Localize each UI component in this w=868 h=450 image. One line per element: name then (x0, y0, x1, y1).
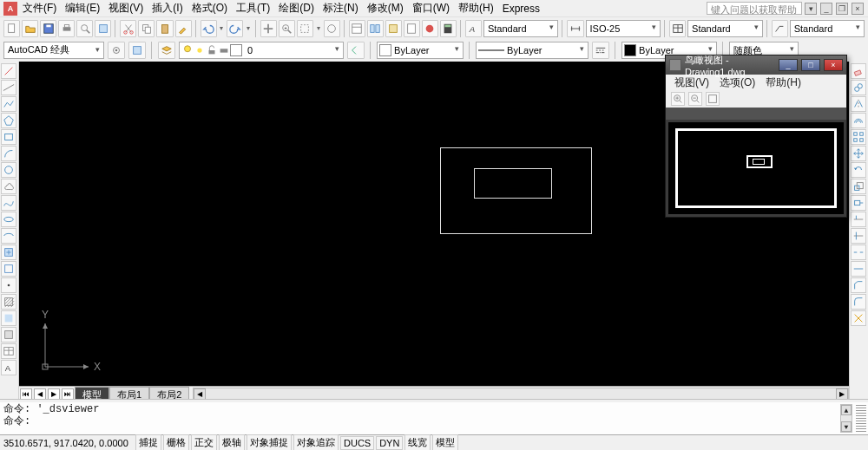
drawing-canvas[interactable]: X Y 鸟瞰视图 - Drawing1.dwg _ □ × 视图(V) 选项(O… (19, 62, 849, 386)
mtext-icon[interactable]: A (1, 360, 16, 375)
menu-dim[interactable]: 标注(N) (319, 0, 362, 16)
menu-insert[interactable]: 插入(I) (148, 0, 186, 16)
command-splitter[interactable] (0, 399, 868, 402)
aerial-menu-view[interactable]: 视图(V) (671, 75, 713, 91)
hatch-icon[interactable] (1, 294, 16, 310)
mdi-close-icon[interactable]: × (852, 3, 864, 15)
toggle-otrack[interactable]: 对象追踪 (293, 434, 339, 450)
aerial-titlebar[interactable]: 鸟瞰视图 - Drawing1.dwg _ □ × (666, 55, 846, 75)
aerial-view-window[interactable]: 鸟瞰视图 - Drawing1.dwg _ □ × 视图(V) 选项(O) 帮助… (665, 55, 847, 218)
command-window[interactable]: 命令: '_dsviewer 命令: ▲ ▼ (0, 401, 868, 434)
trim-icon[interactable] (851, 212, 866, 227)
aerial-maximize-icon[interactable]: □ (801, 59, 820, 71)
print-icon[interactable] (58, 20, 75, 37)
pline-icon[interactable] (1, 96, 16, 112)
new-icon[interactable] (3, 20, 20, 37)
stretch-icon[interactable] (851, 195, 866, 211)
aerial-menu-options[interactable]: 选项(O) (716, 75, 759, 91)
toggle-model[interactable]: 模型 (432, 434, 458, 450)
insert-block-icon[interactable] (1, 245, 16, 260)
toggle-lwt[interactable]: 线宽 (404, 434, 431, 450)
mleaderstyle-select[interactable]: Standard (790, 20, 865, 37)
explode-icon[interactable] (851, 310, 866, 326)
preview-icon[interactable] (76, 20, 93, 37)
circle-icon[interactable] (1, 162, 16, 178)
revcloud-icon[interactable] (1, 179, 16, 194)
menu-modify[interactable]: 修改(M) (364, 0, 407, 16)
ws-save-icon[interactable] (128, 42, 146, 59)
pan-icon[interactable] (260, 20, 277, 37)
layer-prev-icon[interactable] (347, 42, 365, 59)
dc-icon[interactable] (367, 20, 384, 37)
redo-dd[interactable]: ▾ (245, 20, 252, 37)
move-icon[interactable] (851, 146, 866, 161)
tablestyle-select[interactable]: Standard (687, 20, 763, 37)
cut-icon[interactable] (120, 20, 136, 37)
chamfer-icon[interactable] (851, 277, 866, 293)
gradient-icon[interactable] (1, 310, 16, 326)
textstyle-select[interactable]: Standard (483, 20, 559, 37)
cmd-scroll-up-icon[interactable]: ▲ (841, 405, 852, 415)
array-icon[interactable] (851, 129, 866, 145)
dimstyle-icon[interactable] (567, 20, 583, 37)
fillet-icon[interactable] (851, 294, 866, 310)
aerial-minimize-icon[interactable]: _ (779, 59, 798, 71)
calc-icon[interactable] (440, 20, 457, 37)
menu-draw[interactable]: 绘图(D) (275, 0, 318, 16)
mirror-icon[interactable] (851, 96, 866, 112)
matchprop-icon[interactable] (175, 20, 192, 37)
join-icon[interactable] (851, 261, 866, 277)
markup-icon[interactable] (422, 20, 438, 37)
ltype-mgr-icon[interactable] (592, 42, 609, 59)
textstyle-icon[interactable]: A (465, 20, 482, 37)
undo-icon[interactable] (201, 20, 217, 37)
rectangle-icon[interactable] (1, 129, 16, 145)
tp-icon[interactable] (385, 20, 402, 37)
aerial-menu-help[interactable]: 帮助(H) (762, 75, 805, 91)
ellipse-arc-icon[interactable] (1, 228, 16, 244)
ws-settings-icon[interactable] (108, 42, 125, 59)
command-prompt[interactable]: 命令: (3, 415, 865, 427)
zoom-win-icon[interactable] (297, 20, 313, 37)
toggle-polar[interactable]: 极轴 (219, 434, 245, 450)
toggle-snap[interactable]: 捕捉 (135, 434, 161, 450)
tablestyle-icon[interactable] (669, 20, 686, 37)
ellipse-icon[interactable] (1, 212, 16, 227)
toggle-ortho[interactable]: 正交 (191, 434, 217, 450)
erase-icon[interactable] (851, 63, 866, 79)
menu-tools[interactable]: 工具(T) (233, 0, 273, 16)
polygon-icon[interactable] (1, 113, 16, 128)
point-icon[interactable] (1, 277, 16, 293)
linetype-select[interactable]: ByLayer (476, 42, 589, 59)
menu-window[interactable]: 窗口(W) (409, 0, 453, 16)
command-grip-icon[interactable] (856, 404, 866, 432)
ssm-icon[interactable] (404, 20, 420, 37)
toggle-osnap[interactable]: 对象捕捉 (247, 434, 292, 450)
copy-icon[interactable] (138, 20, 155, 37)
spline-icon[interactable] (1, 195, 16, 211)
workspace-select[interactable]: AutoCAD 经典 (3, 42, 104, 59)
extend-icon[interactable] (851, 228, 866, 244)
region-icon[interactable] (1, 327, 16, 342)
menu-express[interactable]: Express (499, 2, 543, 16)
menu-file[interactable]: 文件(F) (19, 0, 60, 16)
redo-icon[interactable] (227, 20, 243, 37)
layer-mgr-icon[interactable] (158, 42, 175, 59)
offset-icon[interactable] (851, 113, 866, 128)
dd-icon[interactable]: ▾ (805, 3, 817, 15)
table-icon[interactable] (1, 343, 16, 359)
make-block-icon[interactable] (1, 261, 16, 277)
zoom-rt-icon[interactable]: + (279, 20, 295, 37)
help-search-input[interactable]: 键入问题以获取帮助 (707, 2, 802, 15)
aerial-close-icon[interactable]: × (824, 59, 843, 71)
rotate-icon[interactable] (851, 162, 866, 178)
menu-help[interactable]: 帮助(H) (455, 0, 497, 16)
aerial-viewport[interactable] (668, 122, 844, 214)
aerial-zoomin-icon[interactable] (671, 92, 685, 106)
coord-readout[interactable]: 3510.6571, 917.0420, 0.0000 (3, 438, 134, 448)
mdi-minimize-icon[interactable]: _ (820, 3, 832, 15)
toggle-dyn[interactable]: DYN (376, 436, 403, 450)
color-select[interactable]: ByLayer (377, 42, 464, 59)
line-icon[interactable] (1, 63, 16, 79)
mdi-restore-icon[interactable]: ❐ (836, 3, 848, 15)
